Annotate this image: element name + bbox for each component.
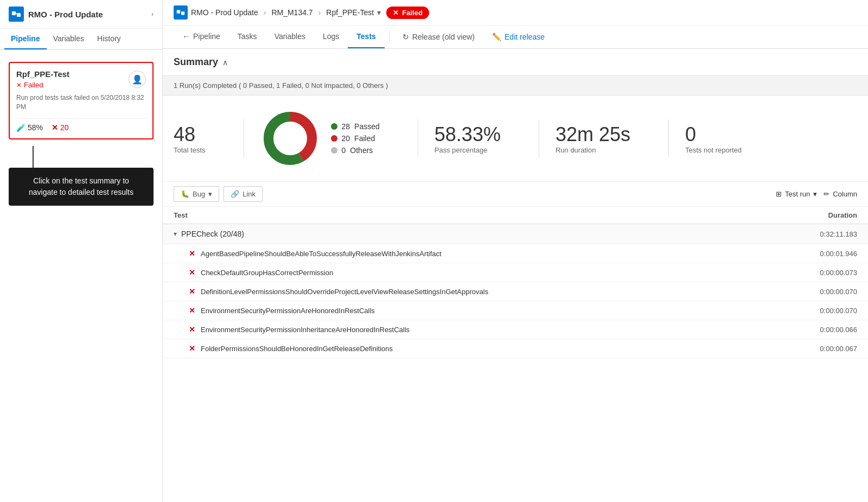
nav-logs[interactable]: Logs	[314, 26, 348, 48]
content-area: Summary ∧ 1 Run(s) Completed ( 0 Passed,…	[163, 49, 868, 502]
legend-passed: 28 Passed	[331, 122, 380, 131]
test-row[interactable]: ✕ EnvironmentSecurityPermissionAreHonore…	[163, 301, 868, 320]
stage-fail-x-icon: ✕	[52, 123, 58, 132]
test-row[interactable]: ✕ DefinitionLevelPermissionsShouldOverri…	[163, 282, 868, 301]
test-row[interactable]: ✕ FolderPermissionsShouldBeHonoredInGetR…	[163, 339, 868, 358]
sidebar-tab-pipeline[interactable]: Pipeline	[4, 29, 47, 49]
nav-edit-release[interactable]: ✏️ Edit release	[483, 26, 553, 48]
column-icon: ✏	[824, 190, 829, 198]
sidebar-tab-history[interactable]: History	[91, 29, 127, 49]
run-duration-label: Run duration	[556, 146, 596, 154]
nav-pipeline[interactable]: ← Pipeline	[174, 26, 229, 48]
not-reported-stat: 0 Tests not reported	[685, 123, 763, 154]
run-duration-stat: 32m 25s Run duration	[556, 123, 652, 154]
test-duration: 0:00:00.070	[770, 288, 857, 296]
flask-icon: 🧪	[16, 123, 25, 132]
svg-rect-3	[177, 10, 180, 14]
bug-dropdown-icon: ▾	[208, 190, 212, 198]
pass-pct-label: Pass percentage	[435, 146, 488, 154]
stage-card-left: Rpf_PPE-Test ✕ Failed	[16, 69, 69, 89]
svg-point-8	[276, 124, 305, 153]
group-name: PPECheck (20/48)	[181, 230, 770, 238]
group-chevron-icon: ▾	[174, 230, 177, 238]
run-duration-number: 32m 25s	[556, 123, 630, 146]
stat-divider-1	[244, 119, 244, 157]
breadcrumb-2[interactable]: RM_M134.7	[271, 8, 312, 17]
table-header: Test Duration	[163, 207, 868, 224]
nav-release-old[interactable]: ↻ Release (old view)	[394, 26, 483, 48]
total-tests-label: Total tests	[174, 146, 206, 154]
sidebar-content: Rpf_PPE-Test ✕ Failed 👤 Run prod tests t…	[0, 50, 162, 502]
stat-divider-3	[539, 119, 539, 157]
test-run-button[interactable]: ⊞ Test run ▾	[776, 190, 817, 198]
passed-count: 28	[342, 122, 350, 131]
breadcrumb-3[interactable]: Rpf_PPE-Test	[326, 8, 374, 17]
column-button[interactable]: ✏ Column	[824, 190, 857, 198]
stats-row: 48 Total tests	[163, 96, 868, 181]
avatar-icon: 👤	[132, 74, 143, 85]
nav-tests[interactable]: Tests	[348, 26, 385, 48]
link-button[interactable]: 🔗 Link	[224, 186, 263, 202]
nav-bar: ← Pipeline Tasks Variables Logs Tests ↻ …	[163, 26, 868, 49]
breadcrumb-1[interactable]: RMO - Prod Update	[191, 8, 258, 17]
stat-divider-4	[668, 119, 669, 157]
column-label: Column	[833, 190, 857, 198]
test-duration: 0:00:00.073	[770, 269, 857, 277]
legend-others-dot	[331, 147, 337, 154]
stage-name: Rpf_PPE-Test	[16, 69, 69, 79]
breadcrumb-dropdown-icon[interactable]: ▾	[377, 8, 381, 17]
not-reported-number: 0	[685, 123, 696, 146]
nav-variables[interactable]: Variables	[266, 26, 314, 48]
failed-label: Failed	[354, 134, 375, 143]
passed-label: Passed	[354, 122, 380, 131]
bug-label: Bug	[193, 190, 205, 198]
donut-section: 28 Passed 20 Failed 0 Others	[260, 109, 401, 168]
stat-divider-2	[418, 119, 418, 157]
legend-passed-dot	[331, 123, 337, 130]
bug-icon: 🐛	[181, 190, 189, 198]
stage-card[interactable]: Rpf_PPE-Test ✕ Failed 👤 Run prod tests t…	[9, 62, 154, 139]
header-logo	[174, 5, 188, 20]
sidebar-tab-variables[interactable]: Variables	[47, 29, 91, 49]
total-tests-number: 48	[174, 123, 195, 146]
run-info-bar: 1 Run(s) Completed ( 0 Passed, 1 Failed,…	[163, 75, 868, 96]
test-name: EnvironmentSecurityPermissionAreHonoredI…	[201, 307, 770, 315]
test-name: CheckDefaultGroupHasCorrectPermission	[201, 269, 770, 277]
summary-toggle-icon[interactable]: ∧	[222, 58, 228, 67]
breadcrumb-sep-1: ›	[264, 8, 266, 17]
total-tests-stat: 48 Total tests	[174, 123, 227, 154]
test-fail-icon: ✕	[189, 287, 195, 296]
action-right: ⊞ Test run ▾ ✏ Column	[776, 190, 857, 198]
summary-title: Summary	[174, 56, 218, 68]
group-duration: 0:32:11.183	[770, 230, 857, 238]
avatar: 👤	[129, 71, 146, 88]
group-row[interactable]: ▾ PPECheck (20/48) 0:32:11.183	[163, 224, 868, 244]
test-row[interactable]: ✕ CheckDefaultGroupHasCorrectPermission …	[163, 263, 868, 282]
stage-pass-pct: 58%	[28, 123, 43, 132]
svg-rect-4	[181, 11, 184, 15]
test-row[interactable]: ✕ EnvironmentSecurityPermissionInheritan…	[163, 320, 868, 339]
nav-tasks[interactable]: Tasks	[229, 26, 266, 48]
refresh-icon: ↻	[403, 33, 409, 41]
test-name: EnvironmentSecurityPermissionInheritance…	[201, 326, 770, 334]
test-row[interactable]: ✕ AgentBasedPipelineShouldBeAbleToSucces…	[163, 244, 868, 263]
back-arrow-icon: ←	[182, 32, 190, 41]
col-header-test: Test	[174, 211, 770, 219]
pass-pct-stat: 58.33% Pass percentage	[435, 123, 522, 154]
link-label: Link	[242, 190, 256, 198]
stage-card-header: Rpf_PPE-Test ✕ Failed 👤	[16, 69, 146, 89]
failed-badge: ✕ Failed	[386, 7, 429, 19]
link-icon: 🔗	[231, 190, 239, 198]
test-run-dropdown: ▾	[813, 190, 817, 198]
test-name: DefinitionLevelPermissionsShouldOverride…	[201, 288, 770, 296]
failed-badge-label: Failed	[402, 9, 423, 17]
pipeline-logo	[9, 7, 24, 22]
stage-info: Run prod tests task failed on 5/20/2018 …	[16, 93, 146, 112]
table-icon: ⊞	[776, 190, 782, 198]
bug-button[interactable]: 🐛 Bug ▾	[174, 186, 219, 202]
pass-pct-number: 58.33%	[435, 123, 501, 146]
others-count: 0	[342, 146, 346, 155]
svg-rect-0	[12, 11, 16, 15]
failed-badge-x: ✕	[393, 9, 399, 17]
sidebar-title: RMO - Prod Update	[28, 10, 147, 19]
